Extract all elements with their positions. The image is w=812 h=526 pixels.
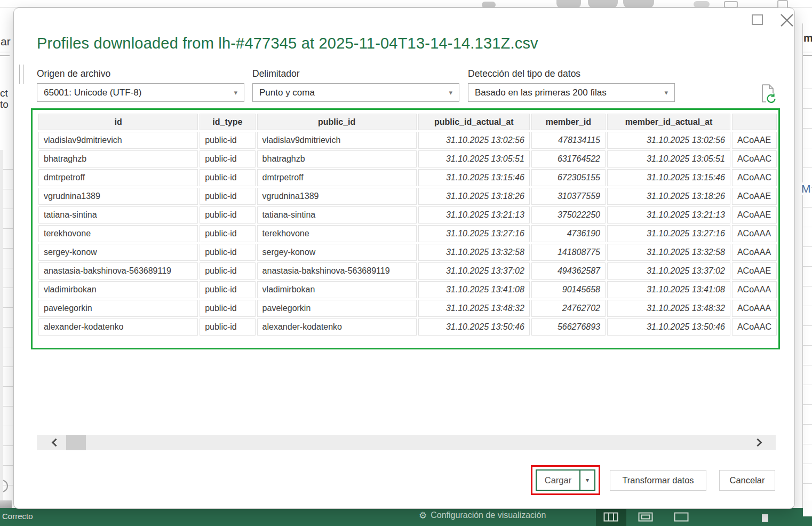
- table-cell: public-id: [200, 150, 255, 168]
- table-cell: dmtrpetroff: [38, 169, 198, 186]
- table-cell: 31.10.2025 13:32:58: [418, 244, 530, 261]
- column-header: public_id: [257, 114, 417, 130]
- close-icon[interactable]: [779, 12, 795, 28]
- delimiter-label: Delimitador: [252, 68, 300, 79]
- table-row: anastasia-bakshinova-563689119public-ida…: [38, 262, 777, 280]
- background-text-fragment: ar: [1, 35, 11, 48]
- table-cell: vgrudnina1389: [257, 188, 417, 205]
- cancel-button[interactable]: Cancelar: [719, 470, 775, 491]
- table-cell: anastasia-bakshinova-563689119: [38, 262, 198, 280]
- table-cell: 31.10.2025 13:37:02: [418, 262, 530, 280]
- table-cell: public-id: [200, 225, 255, 242]
- table-cell: 31.10.2025 13:05:51: [607, 150, 730, 168]
- table-cell: public-id: [200, 206, 255, 224]
- chevron-down-icon: ▾: [449, 89, 452, 97]
- table-cell: public-id: [200, 132, 255, 149]
- table-cell: 31.10.2025 13:50:46: [418, 318, 530, 336]
- table-cell: tatiana-sintina: [38, 206, 198, 224]
- table-cell: vladislav9dmitrievich: [257, 132, 417, 149]
- background-ribbon-divider: [0, 52, 10, 56]
- table-cell: 478134115: [531, 132, 606, 149]
- table-cell: bhatraghzb: [38, 150, 198, 168]
- delimiter-dropdown[interactable]: Punto y coma ▾: [252, 83, 459, 102]
- table-cell: 31.10.2025 13:21:13: [607, 206, 730, 224]
- table-cell: 566276893: [531, 318, 606, 336]
- background-text-fragment: to: [0, 99, 9, 110]
- refresh-file-icon: [759, 84, 776, 103]
- table-row: vgrudnina1389public-idvgrudnina138931.10…: [38, 188, 777, 205]
- display-settings-button[interactable]: ⚙ Configuración de visualización: [419, 511, 546, 520]
- table-cell: 31.10.2025 13:50:46: [607, 318, 730, 336]
- table-cell: 494362587: [531, 262, 606, 280]
- table-cell: 31.10.2025 13:18:26: [607, 188, 730, 205]
- table-cell: vladimirbokan: [257, 281, 417, 298]
- scrollbar-thumb[interactable]: [66, 435, 86, 450]
- table-cell: ACoAAE: [732, 132, 777, 149]
- table-cell: public-id: [200, 318, 255, 336]
- table-cell: vgrudnina1389: [38, 188, 198, 205]
- page-break-view-icon[interactable]: [674, 512, 689, 522]
- table-cell: 672305155: [531, 169, 606, 186]
- table-row: bhatraghzbpublic-idbhatraghzb31.10.2025 …: [38, 150, 777, 168]
- table-cell: ACoAAC: [732, 150, 777, 168]
- table-cell: sergey-konow: [257, 244, 417, 261]
- table-cell: 141808775: [531, 244, 606, 261]
- delimiter-value: Punto y coma: [259, 87, 315, 98]
- table-row: vladislav9dmitrievichpublic-idvladislav9…: [38, 132, 777, 149]
- table-cell: 24762702: [531, 300, 606, 317]
- table-cell: public-id: [200, 188, 255, 205]
- type-detection-dropdown[interactable]: Basado en las primeras 200 filas ▾: [468, 83, 675, 102]
- table-cell: ACoAAA: [732, 225, 777, 242]
- table-header-row: idid_typepublic_idpublic_id_actual_atmem…: [38, 114, 777, 130]
- table-cell: 31.10.2025 13:15:46: [607, 169, 730, 186]
- data-preview-table: idid_typepublic_idpublic_id_actual_atmem…: [37, 112, 778, 337]
- display-settings-label: Configuración de visualización: [431, 511, 546, 520]
- page-layout-view-icon[interactable]: [638, 512, 653, 522]
- background-cell-text-fragment: M: [801, 182, 811, 195]
- maximize-icon[interactable]: [752, 14, 763, 25]
- scroll-left-icon[interactable]: [52, 439, 60, 447]
- table-cell: terekhovone: [38, 225, 198, 242]
- table-row: terekhovonepublic-idterekhovone31.10.202…: [38, 225, 777, 242]
- table-cell: ACoAAA: [732, 244, 777, 261]
- column-header: id_type: [200, 114, 255, 130]
- table-cell: ACoAAA: [732, 300, 777, 317]
- file-origin-label: Origen de archivo: [37, 68, 110, 79]
- scroll-right-icon[interactable]: [754, 439, 762, 447]
- file-origin-dropdown[interactable]: 65001: Unicode (UTF-8) ▾: [37, 83, 244, 102]
- table-cell: alexander-kodatenko: [257, 318, 417, 336]
- table-cell: alexander-kodatenko: [38, 318, 198, 336]
- type-detection-value: Basado en las primeras 200 filas: [475, 87, 607, 98]
- table-row: sergey-konowpublic-idsergey-konow31.10.2…: [38, 244, 777, 261]
- table-cell: 31.10.2025 13:48:32: [418, 300, 530, 317]
- type-detection-label: Detección del tipo de datos: [468, 68, 580, 79]
- status-ready-label: Correcto: [2, 512, 33, 521]
- table-cell: 31.10.2025 13:48:32: [607, 300, 730, 317]
- table-row: tatiana-sintinapublic-idtatiana-sintina3…: [38, 206, 777, 224]
- column-header: member_id: [531, 114, 606, 130]
- table-row: vladimirbokanpublic-idvladimirbokan31.10…: [38, 281, 777, 298]
- table-cell: ACoAAE: [732, 206, 777, 224]
- load-split-button[interactable]: Cargar ▾: [536, 469, 595, 491]
- table-cell: public-id: [200, 262, 255, 280]
- table-cell: 31.10.2025 13:41:08: [418, 281, 530, 298]
- table-cell: public-id: [200, 169, 255, 186]
- chevron-down-icon: ▾: [664, 89, 668, 97]
- zoom-slider-handle[interactable]: [762, 514, 768, 522]
- table-cell: dmtrpetroff: [257, 169, 417, 186]
- table-cell: 31.10.2025 13:32:58: [607, 244, 730, 261]
- table-cell: anastasia-bakshinova-563689119: [257, 262, 417, 280]
- horizontal-scrollbar[interactable]: [37, 435, 776, 450]
- table-cell: 31.10.2025 13:27:16: [607, 225, 730, 242]
- transform-data-button[interactable]: Transformar datos: [610, 470, 706, 491]
- table-row: alexander-kodatenkopublic-idalexander-ko…: [38, 318, 777, 336]
- table-cell: 90145658: [531, 281, 606, 298]
- table-cell: 31.10.2025 13:18:26: [418, 188, 530, 205]
- table-cell: 631764522: [531, 150, 606, 168]
- background-text-fragment: m: [803, 32, 812, 44]
- table-row: pavelegorkinpublic-idpavelegorkin31.10.2…: [38, 300, 777, 317]
- background-watermark-shape: [694, 1, 710, 7]
- refresh-preview-button[interactable]: [759, 84, 777, 103]
- background-bleed-fragment: [19, 65, 24, 84]
- normal-view-icon[interactable]: [603, 512, 618, 522]
